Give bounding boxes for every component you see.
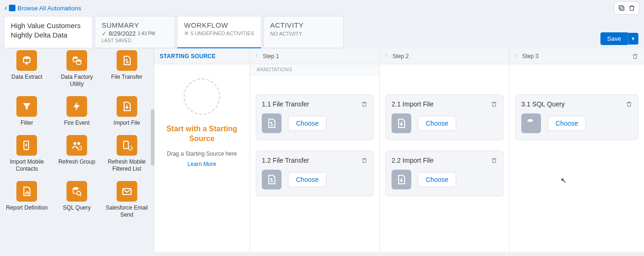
copy-icon[interactable] [617,4,626,12]
automation-title[interactable]: High Value Customers Nightly Delta Data [4,16,93,48]
breadcrumb-icon [9,5,15,11]
palette-refresh-group[interactable]: Refresh Group [53,135,101,173]
col-step-1: ⠇Step 1 ANNOTATIONS 1.1 File Transfer Ch… [250,48,380,252]
breadcrumb[interactable]: ‹ Browse All Automations [5,4,81,12]
svg-point-3 [73,57,78,59]
palette-label: SQL Query [63,204,91,211]
data-factory-icon [67,50,87,71]
col-step-2: ⠇Step 2 2.1 Import File Choose [380,48,510,252]
activity-card[interactable]: 2.1 Import File Choose [385,94,503,140]
tab-label: SUMMARY [102,21,168,29]
tab-activity[interactable]: ACTIVITY NO ACTIVITY. [263,16,344,48]
sql-query-icon [67,181,87,202]
palette-label: Salesforce Email Send [104,204,149,218]
palette-label: Filter [21,120,33,127]
palette-label: Refresh Group [59,158,96,166]
col-head-label: Step 3 [522,53,539,60]
delete-step-icon[interactable] [632,53,638,60]
palette-data-factory[interactable]: Data Factory Utility [53,50,101,88]
delete-activity-icon[interactable] [491,157,497,164]
choose-button[interactable]: Choose [418,116,456,131]
activity-card[interactable]: 2.2 Import File Choose [385,151,503,196]
breadcrumb-link[interactable]: Browse All Automations [17,5,81,12]
palette-fire-event[interactable]: Fire Event [53,96,101,127]
tab-summary[interactable]: SUMMARY ✓ 8/29/2022 1:43 PM LAST SAVED [95,16,175,48]
check-icon: ✓ [102,30,107,37]
choose-button[interactable]: Choose [418,172,456,187]
palette-import-mobile[interactable]: Import Mobile Contacts [3,135,51,173]
tab-label: WORKFLOW [184,21,254,29]
chevron-left-icon: ‹ [5,4,7,12]
palette-label: Report Definition [6,204,48,211]
email-send-icon [117,181,137,202]
svg-rect-11 [28,192,29,194]
palette-scrollbar[interactable] [151,109,155,166]
palette-sql-query[interactable]: SQL Query [53,181,101,218]
drag-handle-icon[interactable]: ⠇ [385,53,389,59]
import-mobile-icon [16,135,37,156]
refresh-group-icon [67,135,87,156]
col-head-step1: ⠇Step 1 [250,48,379,64]
col-step-3: ⠇Step 3 3.1 SQL Query Choose [510,48,644,252]
delete-activity-icon[interactable] [361,157,368,164]
activity-title: 2.2 Import File [392,157,433,164]
svg-point-7 [77,142,80,145]
summary-time: 1:43 PM [138,31,155,36]
svg-rect-9 [25,192,26,194]
palette-label: Refresh Mobile Filtered List [104,158,149,173]
palette-file-transfer[interactable]: File Transfer [103,50,151,88]
report-def-icon [16,181,37,202]
activity-card[interactable]: 1.2 File Transfer Choose [256,151,374,196]
choose-button[interactable]: Choose [288,116,326,131]
activity-title: 2.1 Import File [392,100,433,108]
main: Data Extract Data Factory Utility File T… [0,48,644,252]
fire-event-icon [67,96,87,117]
import-file-icon [117,96,137,117]
delete-activity-icon[interactable] [626,101,632,107]
col-starting-source: STARTING SOURCE Start with a Starting So… [154,48,250,252]
drag-handle-icon[interactable]: ⠇ [256,53,259,59]
svg-point-12 [73,187,79,190]
svg-rect-0 [620,7,624,10]
workflow-sub: 5 UNDEFINED ACTIVITIES [191,30,254,36]
svg-rect-10 [27,191,28,194]
activity-title: 1.2 File Transfer [262,157,309,164]
svg-point-4 [76,60,81,62]
svg-point-13 [77,191,81,195]
palette-email-send[interactable]: Salesforce Email Send [103,181,151,218]
activity-card[interactable]: 3.1 SQL Query Choose [515,94,638,140]
save-button[interactable]: Save [600,32,628,45]
palette-filter[interactable]: Filter [3,96,51,127]
tab-workflow[interactable]: WORKFLOW ✖ 5 UNDEFINED ACTIVITIES [177,16,261,48]
col-head-label: Step 2 [392,53,409,60]
palette-label: Import File [113,120,140,127]
sql-query-icon [521,113,541,133]
top-bar: ‹ Browse All Automations [0,0,644,16]
import-file-icon [392,170,411,189]
palette-refresh-mobile[interactable]: Refresh Mobile Filtered List [103,135,151,173]
source-drop-target[interactable] [184,78,220,115]
data-extract-icon [16,50,37,71]
svg-rect-14 [123,188,131,195]
palette-data-extract[interactable]: Data Extract [3,50,51,88]
workflow-canvas: STARTING SOURCE Start with a Starting So… [154,48,644,252]
annotations-band[interactable]: ANNOTATIONS [250,64,379,75]
save-dropdown[interactable]: ▾ [628,33,638,45]
palette-label: Data Factory Utility [54,74,99,88]
learn-more-link[interactable]: Learn More [187,161,216,167]
undefined-icon: ✖ [184,30,189,37]
palette-report-definition[interactable]: Report Definition [3,181,51,218]
palette-label: Import Mobile Contacts [4,158,49,173]
header-row: High Value Customers Nightly Delta Data … [0,16,644,48]
choose-button[interactable]: Choose [288,172,326,187]
palette-label: Data Extract [11,74,42,81]
delete-icon[interactable] [628,4,636,12]
delete-activity-icon[interactable] [361,101,368,107]
source-title: Start with a Starting Source [159,124,245,144]
activity-card[interactable]: 1.1 File Transfer Choose [256,94,374,140]
delete-activity-icon[interactable] [491,101,497,107]
palette-import-file[interactable]: Import File [103,96,151,127]
drag-handle-icon[interactable]: ⠇ [515,53,518,59]
col-head-label: STARTING SOURCE [160,53,216,60]
choose-button[interactable]: Choose [548,116,586,131]
